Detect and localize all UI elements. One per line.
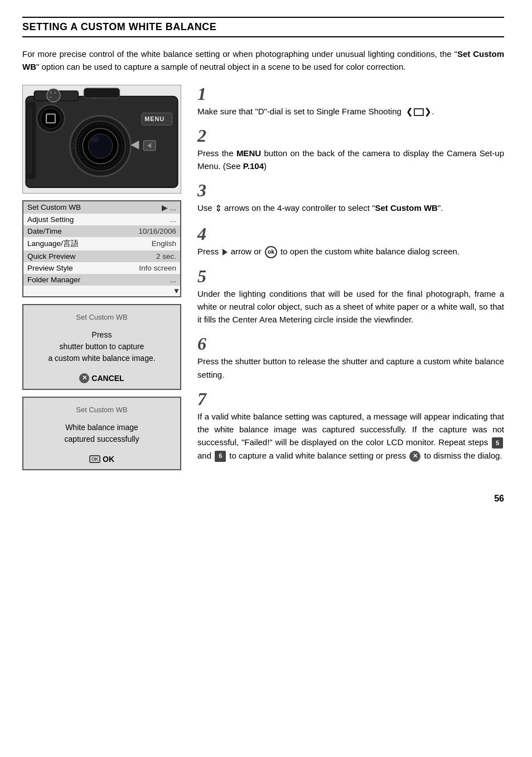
dialog2-btn-label: OK (103, 455, 114, 464)
step-4-text: Press arrow or ok to open the custom whi… (197, 245, 504, 258)
step-5-number: 5 (197, 267, 504, 285)
step-6-number: 6 (197, 335, 504, 353)
menu-row-language: Language/言語 English (23, 237, 180, 250)
right-column: 1 Make sure that "D"-dial is set to Sing… (197, 85, 504, 471)
svg-text:∞: ∞ (50, 95, 52, 98)
step-badge-6: 6 (215, 451, 226, 462)
menu-item-label: Folder Manager (23, 274, 110, 286)
svg-point-12 (90, 137, 99, 142)
menu-item-value: 10/16/2006 (110, 225, 180, 237)
menu-row-folder-manager: Folder Manager ... (23, 274, 180, 286)
svg-point-2 (47, 88, 60, 102)
step-4-number: 4 (197, 225, 504, 243)
menu-item-value: ... (110, 214, 180, 225)
page-number: 56 (494, 494, 504, 503)
menu-row-set-custom-wb: Set Custom WB ▶ ... (23, 201, 180, 214)
menu-item-label: Adjust Setting (23, 214, 110, 225)
dialog2-title: Set Custom WB (30, 406, 173, 414)
dialog1-cancel-btn: ✕ CANCEL (79, 373, 124, 383)
menu-item-value: Info screen (110, 262, 180, 274)
ok-circle-icon: ok (265, 246, 277, 258)
menu-table: Set Custom WB ▶ ... Adjust Setting ... D… (22, 200, 181, 297)
step-7-number: 7 (197, 390, 504, 408)
menu-item-value: ▶ ... (110, 201, 180, 214)
cancel-circle-icon: ✕ (409, 451, 420, 462)
step-6-text: Press the shutter button to release the … (197, 355, 504, 381)
menu-row-preview-style: Preview Style Info screen (23, 262, 180, 274)
dialog-success: Set Custom WB White balance imagecapture… (22, 397, 181, 470)
menu-item-label: Language/言語 (23, 237, 110, 250)
menu-scroll-row: ▼ (23, 286, 180, 296)
menu-item-value: 2 sec. (110, 250, 180, 262)
menu-row-adjust-setting: Adjust Setting ... (23, 214, 180, 225)
step-1-text: Make sure that "D"-dial is set to Single… (197, 105, 504, 118)
step-3-text: Use ⇕ arrows on the 4-way controller to … (197, 201, 504, 215)
arrow-right-icon (223, 249, 228, 255)
page-number-area: 56 (22, 494, 504, 504)
dialog1-body: Pressshutter button to capturea custom w… (30, 329, 173, 364)
svg-rect-7 (84, 88, 119, 98)
step-1-number: 1 (197, 85, 504, 103)
camera-image: S 2 ∞ MENU (22, 85, 181, 194)
ok-icon: OK (89, 455, 100, 463)
menu-item-label: Preview Style (23, 262, 110, 274)
svg-point-23 (41, 108, 61, 128)
step-5-text: Under the lighting conditions that will … (197, 287, 504, 326)
svg-text:S: S (50, 90, 52, 94)
intro-paragraph: For more precise control of the white ba… (22, 47, 504, 74)
step-2-number: 2 (197, 127, 504, 144)
dialog2-ok-btn: OK OK (89, 455, 114, 464)
menu-item-value: English (110, 237, 180, 250)
dialog-capture: Set Custom WB Pressshutter button to cap… (22, 304, 181, 390)
step-7-text: If a valid white balance setting was cap… (197, 410, 504, 462)
svg-text:MENU: MENU (144, 115, 165, 122)
frame-icon-1 (414, 108, 424, 116)
page-title: SETTING A CUSTOM WHITE BALANCE (22, 21, 504, 33)
step-3-number: 3 (197, 181, 504, 199)
svg-text:2: 2 (54, 90, 56, 94)
step-badge-5: 5 (492, 437, 503, 449)
menu-item-label: Date/Time (23, 225, 110, 237)
menu-item-label: Set Custom WB (23, 201, 110, 214)
menu-row-quick-preview: Quick Preview 2 sec. (23, 250, 180, 262)
dialog2-body: White balance imagecaptured successfully (30, 422, 173, 445)
dialog1-title: Set Custom WB (30, 313, 173, 321)
menu-item-value: ... (110, 274, 180, 286)
main-content: S 2 ∞ MENU (22, 85, 504, 477)
updown-arrow-icon: ⇕ (215, 202, 222, 216)
menu-item-label: Quick Preview (23, 250, 110, 262)
menu-scroll-indicator: ▼ (23, 286, 180, 296)
step-2-text: Press the MENU button on the back of the… (197, 147, 504, 173)
left-column: S 2 ∞ MENU (22, 85, 184, 477)
cancel-icon: ✕ (79, 373, 89, 383)
dialog1-btn-label: CANCEL (91, 374, 124, 383)
menu-row-date-time: Date/Time 10/16/2006 (23, 225, 180, 237)
title-bar: SETTING A CUSTOM WHITE BALANCE (22, 17, 504, 37)
